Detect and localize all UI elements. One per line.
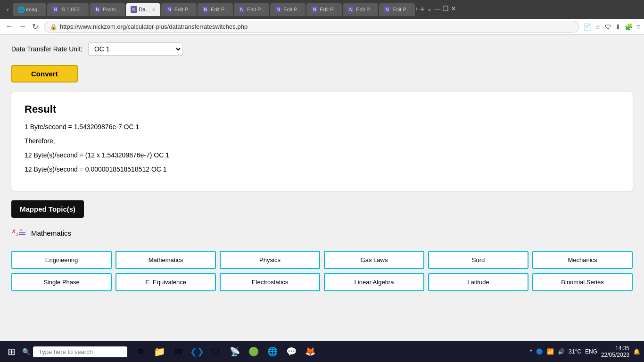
tab-posts[interactable]: N Posts... bbox=[90, 3, 125, 16]
tab-google[interactable]: 🌐 imag... bbox=[13, 3, 46, 16]
download-icon[interactable]: ⬇ bbox=[615, 23, 621, 31]
address-bar: ← → ↻ 🔒 https://www.nickzom.org/calculat… bbox=[0, 19, 644, 35]
back-button[interactable]: ← bbox=[4, 21, 15, 32]
category-single-phase[interactable]: Single Phase bbox=[11, 273, 112, 291]
tab-close-icon[interactable]: ✕ bbox=[152, 7, 156, 12]
category-surd[interactable]: Surd bbox=[428, 251, 528, 269]
category-row-2: Single Phase E. Equivalence Electrostati… bbox=[11, 273, 633, 291]
mapped-topics-section: Mapped Topic(s) x ₂ = Mathematics bbox=[11, 200, 633, 239]
category-row-1: Engineering Mathematics Physics Gas Laws… bbox=[11, 251, 633, 269]
svg-text:=: = bbox=[20, 228, 23, 233]
tab-is[interactable]: N iS 1,853... bbox=[47, 3, 89, 16]
tab-data-active[interactable]: N Da... ✕ bbox=[126, 3, 160, 16]
category-mechanics[interactable]: Mechanics bbox=[532, 251, 633, 269]
result-box: Result 1 Byte/second = 1.543209876e-7 OC… bbox=[11, 92, 633, 191]
maximize-icon[interactable]: ❐ bbox=[443, 5, 449, 15]
tab-edit7[interactable]: N Edit P... bbox=[379, 3, 414, 16]
convert-button[interactable]: Convert bbox=[11, 65, 78, 82]
minimize-icon[interactable]: — bbox=[434, 5, 441, 15]
category-gas-laws[interactable]: Gas Laws bbox=[324, 251, 424, 269]
tab-edit5[interactable]: N Edit P... bbox=[306, 3, 342, 16]
url-text: https://www.nickzom.org/calculator-plus/… bbox=[60, 23, 573, 30]
topic-label-mathematics: Mathematics bbox=[31, 229, 71, 237]
tab-list-icon[interactable]: ⌄ bbox=[427, 5, 432, 15]
result-line-4: 12 Byte(s)/second = 0.0000018518518512 O… bbox=[25, 165, 619, 173]
unit-row: Data Transfer Rate Unit: OC 1 bbox=[11, 42, 633, 56]
result-line-3: 12 Byte(s)/second = (12 x 1.543209876e-7… bbox=[25, 151, 619, 159]
category-electrostatics[interactable]: Electrostatics bbox=[220, 273, 320, 291]
result-title: Result bbox=[25, 103, 619, 115]
reload-button[interactable]: ↻ bbox=[30, 21, 40, 32]
result-line-1: 1 Byte/second = 1.543209876e-7 OC 1 bbox=[25, 123, 619, 131]
browser-chrome: ‹ 🌐 imag... N iS 1,853... N Posts... N D… bbox=[0, 0, 644, 19]
category-physics[interactable]: Physics bbox=[220, 251, 320, 269]
nav-buttons: ← → ↻ bbox=[4, 21, 40, 32]
reader-icon[interactable]: 📄 bbox=[583, 23, 591, 31]
close-window-icon[interactable]: ✕ bbox=[451, 5, 456, 15]
url-box[interactable]: 🔒 https://www.nickzom.org/calculator-plu… bbox=[44, 21, 579, 33]
category-mathematics[interactable]: Mathematics bbox=[116, 251, 216, 269]
mapped-topics-header: Mapped Topic(s) bbox=[11, 200, 84, 218]
category-engineering[interactable]: Engineering bbox=[11, 251, 112, 269]
category-binomial-series[interactable]: Binomial Series bbox=[532, 273, 633, 291]
menu-icon[interactable]: ≡ bbox=[636, 23, 640, 31]
shield-icon[interactable]: 🛡 bbox=[605, 23, 611, 31]
tab-bar: ‹ 🌐 imag... N iS 1,853... N Posts... N D… bbox=[4, 3, 640, 16]
tab-edit4[interactable]: N Edit P... bbox=[270, 3, 305, 16]
tab-back-btn[interactable]: ‹ bbox=[4, 3, 12, 16]
mathematics-icon: x ₂ = bbox=[11, 226, 26, 239]
forward-button[interactable]: → bbox=[17, 21, 28, 32]
category-latitude[interactable]: Latitude bbox=[428, 273, 528, 291]
extension-icon[interactable]: 🧩 bbox=[625, 23, 633, 31]
lock-icon: 🔒 bbox=[50, 24, 57, 30]
category-linear-algebra[interactable]: Linear Algebra bbox=[324, 273, 424, 291]
new-tab-icon[interactable]: + bbox=[420, 5, 425, 15]
tab-edit3[interactable]: N Edit P... bbox=[234, 3, 269, 16]
tab-more-icon[interactable]: › bbox=[416, 5, 418, 15]
unit-label: Data Transfer Rate Unit: bbox=[11, 45, 83, 53]
tab-edit6[interactable]: N Edit P... bbox=[343, 3, 378, 16]
tab-edit1[interactable]: N Edit P... bbox=[161, 3, 197, 16]
svg-text:₂: ₂ bbox=[16, 230, 19, 237]
unit-select[interactable]: OC 1 bbox=[88, 42, 182, 56]
svg-text:x: x bbox=[12, 228, 16, 234]
result-line-2: Therefore, bbox=[25, 137, 619, 145]
tab-actions: › + ⌄ — ❐ ✕ bbox=[416, 5, 456, 15]
bookmark-icon[interactable]: ☆ bbox=[595, 23, 601, 31]
topic-item-mathematics: x ₂ = Mathematics bbox=[11, 226, 633, 239]
tab-edit2[interactable]: N Edit P... bbox=[198, 3, 233, 16]
category-e-equivalence[interactable]: E. Equivalence bbox=[116, 273, 216, 291]
category-section: Engineering Mathematics Physics Gas Laws… bbox=[11, 251, 633, 291]
address-bar-icons: 📄 ☆ 🛡 ⬇ 🧩 ≡ bbox=[583, 23, 640, 31]
main-content: Data Transfer Rate Unit: OC 1 Convert Re… bbox=[0, 35, 644, 318]
